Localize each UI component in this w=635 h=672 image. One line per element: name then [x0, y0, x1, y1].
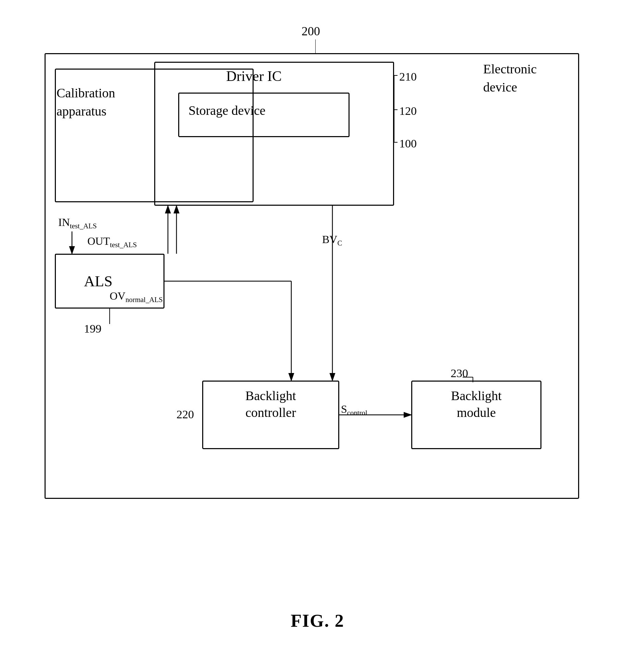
signal-ov-normal-als: OVnormal_ALS [110, 290, 163, 304]
ref-200-line [315, 39, 316, 53]
signal-bvc: BVC [322, 233, 342, 247]
page: 200 Electronicdevice Calibrationapparatu… [0, 0, 635, 672]
backlight-module-label: Backlightmodule [416, 387, 536, 421]
signal-out-test-als: OUTtest_ALS [87, 235, 137, 249]
ref-199: 199 [84, 322, 101, 335]
calibration-label: Calibrationapparatus [57, 84, 115, 120]
backlight-controller-label: Backlightcontroller [209, 387, 332, 421]
als-label: ALS [84, 273, 112, 290]
ref-120: 120 [399, 105, 417, 118]
ref-200: 200 [302, 24, 320, 38]
signal-in-test-als: INtest_ALS [58, 216, 97, 230]
ref-220: 220 [176, 408, 194, 421]
storage-label: Storage device [188, 103, 266, 118]
driver-ic-label: Driver IC [226, 68, 282, 84]
signal-s-control: Scontrol [341, 403, 367, 417]
fig-label: FIG. 2 [291, 611, 344, 631]
ref-210: 210 [399, 70, 417, 83]
diagram-area: 200 Electronicdevice Calibrationapparatu… [34, 21, 600, 569]
electronic-device-label: Electronicdevice [483, 60, 537, 96]
ref-100: 100 [399, 137, 417, 150]
ref-230: 230 [451, 367, 468, 380]
